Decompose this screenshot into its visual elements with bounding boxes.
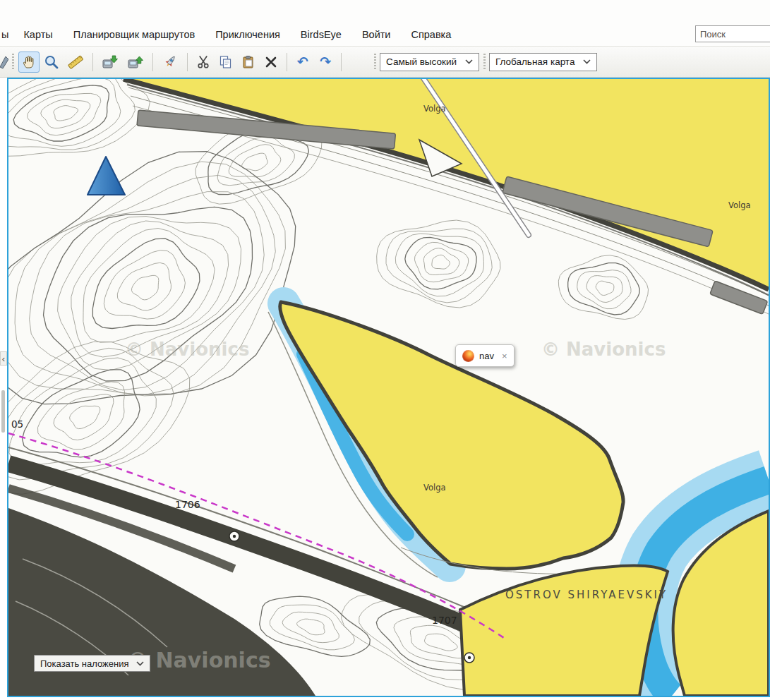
panel-splitter-handle[interactable] — [1, 390, 5, 433]
survey-mark-1706 — [229, 531, 239, 541]
toolbar: ↶ ↷ Самый высокий Глобальная карта — [0, 47, 770, 78]
paste-button[interactable] — [238, 52, 259, 73]
zoom-tool-button[interactable] — [41, 52, 62, 73]
receive-from-device-icon — [126, 54, 145, 71]
cut-button[interactable] — [193, 52, 214, 73]
rocket-icon — [162, 54, 179, 71]
river-label: Volga — [423, 104, 446, 114]
survey-mark-1707 — [464, 653, 474, 663]
chevron-down-icon — [583, 59, 591, 64]
toolbar-separator — [152, 53, 153, 71]
pen-tool-icon-partial[interactable] — [0, 52, 9, 73]
svg-text:© Navionics: © Navionics — [541, 339, 666, 360]
toolbar-separator — [341, 53, 342, 71]
map-product-dropdown[interactable]: Глобальная карта — [489, 53, 597, 71]
callout-close-icon[interactable]: × — [502, 351, 507, 361]
menu-item-help[interactable]: Справка — [411, 29, 451, 40]
chevron-down-icon — [136, 661, 144, 666]
menu-item-adventures[interactable]: Приключения — [215, 29, 280, 40]
pan-tool-button[interactable] — [18, 52, 40, 73]
toolbar-separator — [287, 53, 287, 71]
menu-item-maps[interactable]: Карты — [23, 29, 52, 40]
show-overlays-dropdown[interactable]: Показать наложения — [34, 655, 150, 672]
map-viewport: © Navionics © Navionics © Navionics Volg… — [7, 78, 770, 697]
send-to-device-icon — [101, 54, 119, 71]
menu-item-login[interactable]: Войти — [362, 29, 391, 40]
nav-overlay-icon — [462, 350, 474, 362]
spot-label-partial: 05 — [11, 418, 23, 430]
callout-label: nav — [479, 351, 494, 361]
chevron-left-icon: ‹ — [2, 354, 5, 364]
detail-level-dropdown[interactable]: Самый высокий — [380, 53, 479, 71]
river-label: Volga — [423, 483, 446, 493]
undo-icon: ↶ — [297, 55, 308, 68]
river-label: Volga — [728, 200, 751, 210]
paste-icon — [241, 54, 256, 70]
measure-tool-button[interactable] — [64, 52, 88, 73]
detail-level-value: Самый высокий — [386, 56, 457, 67]
copy-icon — [218, 54, 234, 70]
menu-item-birdseye[interactable]: BirdsEye — [301, 29, 342, 40]
ruler-icon — [66, 54, 85, 71]
chevron-down-icon — [465, 59, 473, 64]
hand-icon — [20, 54, 37, 71]
undo-button[interactable]: ↶ — [292, 52, 313, 73]
transfer-button[interactable] — [158, 52, 182, 73]
toolbar-grip — [12, 54, 14, 71]
spot-label-1707: 1707 — [432, 615, 457, 626]
scissors-icon — [195, 54, 211, 70]
toolbar-grip — [483, 54, 486, 71]
delete-x-icon — [263, 54, 279, 70]
island-name-label: OSTROV SHIRYAEVSKIY — [505, 589, 668, 601]
svg-text:© Navionics: © Navionics — [125, 339, 249, 360]
show-overlays-label: Показать наложения — [40, 658, 129, 669]
map-product-value: Глобальная карта — [495, 56, 575, 67]
toolbar-separator — [92, 53, 93, 71]
toolbar-separator — [187, 53, 188, 71]
redo-button[interactable]: ↷ — [315, 52, 336, 73]
delete-button[interactable] — [260, 52, 282, 73]
panel-collapse-button[interactable]: ‹ — [0, 351, 7, 366]
map-callout-nav[interactable]: nav × — [455, 344, 515, 367]
left-panel-strip: ‹ — [0, 78, 7, 697]
copy-button[interactable] — [215, 52, 236, 73]
send-to-device-button[interactable] — [98, 52, 122, 73]
menu-item-route-planner[interactable]: Планировщик маршрутов — [73, 29, 195, 40]
menu-item-partial[interactable]: ы — [1, 29, 8, 40]
magnifier-icon — [43, 54, 60, 71]
redo-icon: ↷ — [320, 55, 331, 68]
menu-bar: ы Карты Планировщик маршрутов Приключени… — [0, 0, 770, 47]
map-canvas[interactable]: © Navionics © Navionics © Navionics Volg… — [8, 79, 769, 696]
spot-label-1706: 1706 — [175, 499, 200, 510]
search-input[interactable] — [695, 25, 770, 42]
toolbar-grip — [374, 54, 376, 71]
receive-from-device-button[interactable] — [124, 52, 148, 73]
